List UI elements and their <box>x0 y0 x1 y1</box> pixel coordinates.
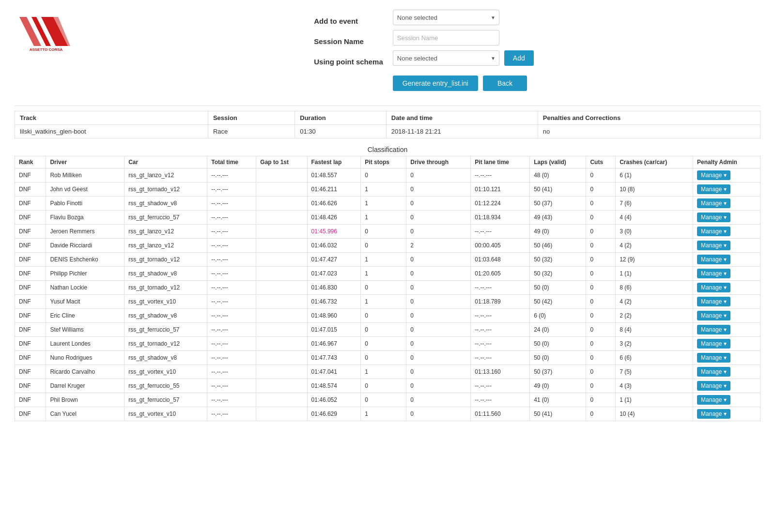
manage-button[interactable]: Manage <box>697 311 730 320</box>
manage-button[interactable]: Manage <box>697 184 730 194</box>
cell-gap <box>256 225 307 239</box>
cell-manage[interactable]: Manage <box>693 168 760 182</box>
cell-car: rss_gt_vortex_v10 <box>124 365 207 379</box>
col-driver: Driver <box>46 156 124 168</box>
col-drive-through: Drive through <box>406 156 471 168</box>
manage-button[interactable]: Manage <box>697 227 730 236</box>
manage-button[interactable]: Manage <box>697 255 730 264</box>
cell-car: rss_gt_ferruccio_57 <box>124 323 207 337</box>
cell-driver: Stef Williams <box>46 323 124 337</box>
manage-button[interactable]: Manage <box>697 325 730 334</box>
cell-cuts: 0 <box>586 351 616 365</box>
cell-manage[interactable]: Manage <box>693 351 760 365</box>
cell-drive-through: 0 <box>406 253 471 267</box>
cell-manage[interactable]: Manage <box>693 295 760 309</box>
manage-button[interactable]: Manage <box>697 339 730 349</box>
manage-button[interactable]: Manage <box>697 367 730 377</box>
cell-manage[interactable]: Manage <box>693 239 760 253</box>
manage-button[interactable]: Manage <box>697 213 730 222</box>
cell-total-time: --.--.--- <box>207 323 256 337</box>
add-button[interactable]: Add <box>504 50 534 66</box>
cell-laps-valid: 41 (0) <box>530 393 586 407</box>
cell-pit-stops: 1 <box>361 407 406 421</box>
cell-manage[interactable]: Manage <box>693 337 760 351</box>
cell-pit-lane-time: 01:20.605 <box>471 267 530 281</box>
cell-drive-through: 0 <box>406 379 471 393</box>
cell-cuts: 0 <box>586 182 616 197</box>
table-row: DNF Rob Milliken rss_gt_lanzo_v12 --.--.… <box>15 168 760 182</box>
cell-driver: Yusuf Macit <box>46 295 124 309</box>
point-schema-dropdown[interactable]: None selected <box>393 50 499 66</box>
manage-button[interactable]: Manage <box>697 381 730 391</box>
table-row: DNF Nathan Lockie rss_gt_tornado_v12 --.… <box>15 281 760 295</box>
cell-laps-valid: 48 (0) <box>530 168 586 182</box>
cell-manage[interactable]: Manage <box>693 323 760 337</box>
cell-total-time: --.--.--- <box>207 168 256 182</box>
col-gap: Gap to 1st <box>256 156 307 168</box>
cell-driver: Darrel Kruger <box>46 379 124 393</box>
cell-total-time: --.--.--- <box>207 337 256 351</box>
manage-button[interactable]: Manage <box>697 241 730 250</box>
cell-cuts: 0 <box>586 267 616 281</box>
manage-button[interactable]: Manage <box>697 170 730 180</box>
col-rank: Rank <box>15 156 46 168</box>
manage-button[interactable]: Manage <box>697 409 730 419</box>
col-cuts: Cuts <box>586 156 616 168</box>
cell-manage[interactable]: Manage <box>693 407 760 421</box>
manage-button[interactable]: Manage <box>697 269 730 278</box>
cell-manage[interactable]: Manage <box>693 211 760 225</box>
cell-manage[interactable]: Manage <box>693 309 760 323</box>
manage-button[interactable]: Manage <box>697 353 730 363</box>
cell-manage[interactable]: Manage <box>693 281 760 295</box>
cell-drive-through: 0 <box>406 393 471 407</box>
cell-crashes: 8 (6) <box>616 281 693 295</box>
manage-button[interactable]: Manage <box>697 297 730 306</box>
cell-total-time: --.--.--- <box>207 211 256 225</box>
cell-manage[interactable]: Manage <box>693 379 760 393</box>
manage-button[interactable]: Manage <box>697 283 730 292</box>
cell-cuts: 0 <box>586 239 616 253</box>
cell-total-time: --.--.--- <box>207 379 256 393</box>
penalties-col-header: Penalties and Corrections <box>538 111 760 125</box>
cell-crashes: 12 (9) <box>616 253 693 267</box>
cell-fastest-lap: 01:47.041 <box>307 365 361 379</box>
cell-pit-stops: 0 <box>361 379 406 393</box>
cell-fastest-lap: 01:47.743 <box>307 351 361 365</box>
cell-manage[interactable]: Manage <box>693 182 760 197</box>
table-row: DNF Yusuf Macit rss_gt_vortex_v10 --.--.… <box>15 295 760 309</box>
cell-driver: John vd Geest <box>46 182 124 197</box>
cell-pit-stops: 0 <box>361 239 406 253</box>
cell-pit-stops: 1 <box>361 295 406 309</box>
session-name-input[interactable] <box>393 30 499 46</box>
cell-fastest-lap: 01:47.023 <box>307 267 361 281</box>
cell-gap <box>256 281 307 295</box>
manage-button[interactable]: Manage <box>697 395 730 405</box>
cell-pit-stops: 1 <box>361 365 406 379</box>
cell-manage[interactable]: Manage <box>693 365 760 379</box>
track-name: lilski_watkins_glen-boot <box>15 125 208 138</box>
cell-pit-lane-time: --.--.--- <box>471 393 530 407</box>
cell-crashes: 6 (6) <box>616 351 693 365</box>
track-table: Track Session Duration Date and time Pen… <box>15 111 760 138</box>
cell-rank: DNF <box>15 365 46 379</box>
cell-pit-stops: 0 <box>361 309 406 323</box>
cell-manage[interactable]: Manage <box>693 267 760 281</box>
cell-manage[interactable]: Manage <box>693 393 760 407</box>
cell-fastest-lap: 01:46.032 <box>307 239 361 253</box>
cell-pit-lane-time: --.--.--- <box>471 337 530 351</box>
cell-manage[interactable]: Manage <box>693 197 760 211</box>
cell-manage[interactable]: Manage <box>693 225 760 239</box>
cell-pit-stops: 1 <box>361 197 406 211</box>
generate-button[interactable]: Generate entry_list.ini <box>393 76 478 91</box>
table-row: DNF Ricardo Carvalho rss_gt_vortex_v10 -… <box>15 365 760 379</box>
cell-pit-lane-time: 01:13.160 <box>471 365 530 379</box>
cell-manage[interactable]: Manage <box>693 253 760 267</box>
back-button[interactable]: Back <box>483 76 527 91</box>
cell-car: rss_gt_shadow_v8 <box>124 309 207 323</box>
cell-cuts: 0 <box>586 379 616 393</box>
cell-crashes: 2 (2) <box>616 309 693 323</box>
cell-gap <box>256 323 307 337</box>
cell-driver: Nathan Lockie <box>46 281 124 295</box>
manage-button[interactable]: Manage <box>697 198 730 208</box>
event-dropdown[interactable]: None selected <box>393 10 499 25</box>
